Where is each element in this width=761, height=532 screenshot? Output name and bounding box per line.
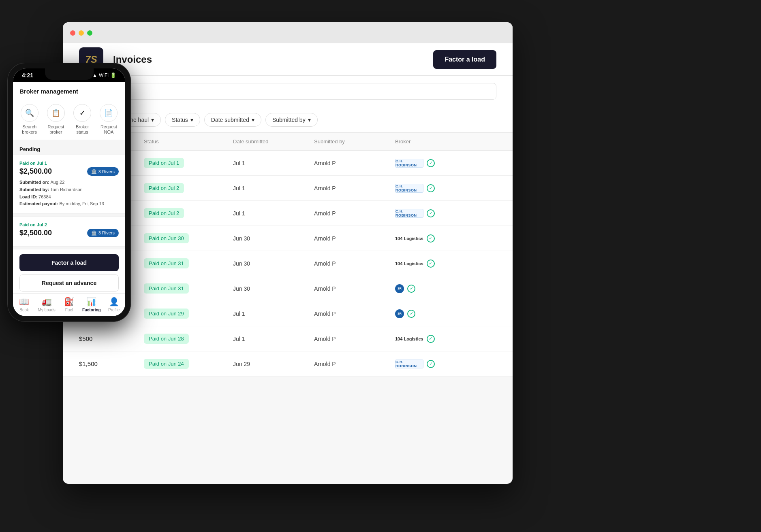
filter-status[interactable]: Status ▾: [165, 113, 200, 127]
invoice-detail-1: Submitted on: Aug 22 Submitted by: Tom R…: [19, 179, 119, 207]
search-brokers-label: Search brokers: [17, 124, 42, 135]
cell-date: Jun 30: [233, 285, 314, 292]
minimize-button[interactable]: [79, 30, 84, 36]
status-badge: Paid on Jun 29: [144, 309, 189, 319]
factor-load-button[interactable]: Factor a load: [433, 50, 496, 69]
verified-icon: ✓: [427, 184, 435, 192]
badge-label-1: 3 Rivers: [98, 169, 115, 174]
cell-broker: 3R ✓: [395, 309, 484, 318]
chevron-down-icon: ▾: [308, 117, 311, 123]
tab-loads-label: My Loads: [38, 308, 55, 312]
search-brokers-icon: 🔍: [21, 104, 38, 122]
tab-book[interactable]: 📖 Book: [14, 297, 34, 312]
status-badge: Paid on Jun 31: [144, 258, 189, 268]
cell-submitted-by: Arnold P: [314, 336, 395, 342]
cell-date: Jul 1: [233, 336, 314, 342]
tab-fuel[interactable]: ⛽ Fuel: [59, 297, 79, 312]
broker-logo: 104 Logistics: [395, 261, 423, 266]
cell-line-haul: $500: [79, 335, 144, 342]
status-badge: Paid on Jun 30: [144, 233, 189, 243]
verified-icon: ✓: [427, 335, 435, 343]
phone-action-buttons: Factor a load Request an advance: [13, 249, 125, 293]
verified-icon: ✓: [427, 159, 435, 167]
table-row[interactable]: $1,500 Paid on Jun 24 Jun 29 Arnold P C.…: [63, 351, 513, 377]
maximize-button[interactable]: [87, 30, 92, 36]
cell-line-haul: $1,500: [79, 360, 144, 367]
broker-logo: C.H. ROBINSON: [395, 209, 423, 218]
table-row[interactable]: $500 Paid on Jun 28 Jul 1 Arnold P 104 L…: [63, 326, 513, 351]
badge-icon-2: 🏦: [91, 230, 97, 236]
chevron-down-icon: ▾: [151, 117, 154, 123]
verified-icon: ✓: [427, 360, 435, 368]
broker-logo: C.H. ROBINSON: [395, 184, 423, 193]
action-broker-status[interactable]: ✓ Broker status: [70, 104, 94, 135]
tab-profile[interactable]: 👤 Profile: [104, 297, 124, 312]
broker-logo: 104 Logistics: [395, 336, 423, 341]
cell-broker: C.H. ROBINSON ✓: [395, 184, 484, 193]
cell-date: Jul 1: [233, 185, 314, 192]
fuel-icon: ⛽: [64, 297, 74, 306]
status-time: 4:21: [22, 72, 33, 79]
cell-broker: 3R ✓: [395, 284, 484, 293]
tab-book-label: Book: [19, 308, 29, 312]
cell-submitted-by: Arnold P: [314, 210, 395, 217]
profile-icon: 👤: [109, 297, 119, 306]
cell-status: Paid on Jul 2: [144, 208, 233, 218]
status-badge: Paid on Jun 28: [144, 334, 189, 344]
cell-status: Paid on Jun 29: [144, 309, 233, 319]
cell-date: Jun 30: [233, 260, 314, 267]
status-badge: Paid on Jun 24: [144, 359, 189, 369]
cell-status: Paid on Jun 24: [144, 359, 233, 369]
cell-status: Paid on Jul 2: [144, 183, 233, 193]
action-request-noa[interactable]: 📄 Request NOA: [96, 104, 121, 135]
page-title: Invoices: [113, 54, 433, 65]
phone-frame: 4:21 ▲▲▲ WiFi 🔋 Broker management 🔍 Sear…: [7, 63, 131, 322]
request-broker-icon: 📋: [47, 104, 65, 122]
cell-broker: 104 Logistics ✓: [395, 234, 484, 243]
broker-actions: 🔍 Search brokers 📋 Request broker ✓ Brok…: [13, 99, 125, 142]
cell-broker: C.H. ROBINSON ✓: [395, 209, 484, 218]
invoice-card-1[interactable]: Paid on Jul 1 $2,500.00 🏦 3 Rivers Submi…: [13, 155, 125, 213]
close-button[interactable]: [70, 30, 75, 36]
cell-submitted-by: Arnold P: [314, 311, 395, 317]
col-status: Status: [144, 138, 233, 145]
cell-status: Paid on Jun 31: [144, 258, 233, 268]
tab-my-loads[interactable]: 🚛 My Loads: [36, 297, 57, 312]
cell-submitted-by: Arnold P: [314, 285, 395, 292]
battery-icon: 🔋: [110, 72, 116, 78]
invoice-amount-row-2: $2,500.00 🏦 3 Rivers: [19, 229, 119, 237]
pending-header: Pending: [13, 142, 125, 155]
filter-date-submitted[interactable]: Date submitted ▾: [204, 113, 261, 127]
filter-submitted-by[interactable]: Submitted by ▾: [265, 113, 318, 127]
invoice-status-1: Paid on Jul 1: [19, 161, 119, 166]
broker-logo: 3R: [395, 284, 404, 293]
tab-factoring[interactable]: 📊 Factoring: [81, 297, 102, 312]
factor-load-phone-button[interactable]: Factor a load: [19, 254, 119, 271]
cell-submitted-by: Arnold P: [314, 260, 395, 267]
broker-status-icon: ✓: [73, 104, 91, 122]
broker-status-label: Broker status: [70, 124, 94, 135]
action-request-broker[interactable]: 📋 Request broker: [44, 104, 68, 135]
action-search-brokers[interactable]: 🔍 Search brokers: [17, 104, 42, 135]
search-input[interactable]: [79, 83, 496, 100]
verified-icon: ✓: [407, 310, 415, 318]
tab-fuel-label: Fuel: [65, 308, 73, 312]
window-titlebar: [63, 22, 513, 43]
invoice-status-2: Paid on Jul 2: [19, 222, 119, 227]
phone-notch: [45, 68, 94, 80]
cell-broker: C.H. ROBINSON ✓: [395, 159, 484, 168]
invoice-card-2[interactable]: Paid on Jul 2 $2,500.00 🏦 3 Rivers: [13, 216, 125, 247]
status-badge: Paid on Jun 31: [144, 283, 189, 294]
cell-date: Jul 1: [233, 160, 314, 166]
cell-status: Paid on Jun 31: [144, 283, 233, 294]
verified-icon: ✓: [427, 234, 435, 243]
cell-submitted-by: Arnold P: [314, 361, 395, 367]
request-advance-button[interactable]: Request an advance: [19, 275, 119, 292]
cell-submitted-by: Arnold P: [314, 185, 395, 192]
my-loads-icon: 🚛: [42, 297, 52, 306]
signal-icon: WiFi: [99, 72, 109, 78]
tab-profile-label: Profile: [108, 308, 120, 312]
cell-broker: C.H. ROBINSON ✓: [395, 360, 484, 368]
book-icon: 📖: [19, 297, 29, 306]
cell-date: Jun 30: [233, 235, 314, 242]
